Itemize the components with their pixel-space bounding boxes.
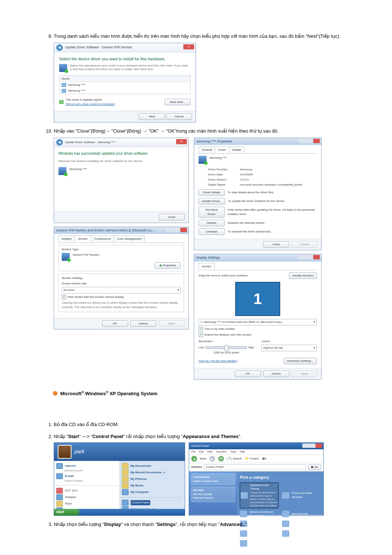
cancel-button: Cancel — [130, 320, 156, 327]
min-icon — [299, 139, 305, 143]
menu-tools: Tools — [230, 450, 236, 454]
monitor-preview: 1 — [235, 282, 280, 316]
side-heading: Control Panel — [193, 476, 210, 478]
category-label: Add or Remove Programs — [249, 520, 278, 528]
start-item-sub: Internet Explorer — [64, 469, 117, 473]
res-low: Low — [199, 345, 204, 350]
ie-icon — [56, 463, 63, 469]
pick-category-heading: Pick a category — [240, 474, 320, 481]
category-label: Appearance and Themes — [250, 483, 278, 491]
step-10-text: Nhấp vào "Close"(Đóng)→ "Close"(Đóng) → … — [54, 128, 279, 134]
folder-icon — [122, 470, 128, 475]
max-icon — [306, 255, 313, 259]
close-icon — [315, 443, 322, 448]
close-button: Close — [159, 214, 185, 220]
advanced-button: Advanced Settings... — [284, 358, 317, 364]
menu-fav: Favorites — [216, 450, 226, 454]
window-close-icon: ✕ — [176, 139, 187, 144]
refresh-rate-select: 60 Hertz — [62, 287, 181, 293]
extend-checkbox: ✔ — [199, 333, 203, 337]
address-label: Address — [191, 465, 202, 469]
step10-shot-b: Samsung **** Properties General Driver D… — [194, 138, 322, 251]
next-button: Next — [139, 113, 165, 120]
performance-icon — [240, 540, 247, 547]
hardware-icon — [58, 167, 66, 175]
wizard-heading: Select the device driver you want to ins… — [59, 56, 191, 62]
btn-desc: To update the driver software for this d… — [228, 199, 285, 203]
res-high: High — [248, 345, 254, 350]
forward-icon: ► — [209, 456, 215, 462]
why-signing-link: Tell me why driver signing is important — [66, 102, 115, 106]
rollback-button: Roll Back Driver — [199, 207, 225, 218]
close-button: Close — [263, 241, 289, 248]
search-label: Search — [233, 457, 242, 460]
btn-desc: Disables the selected device. — [228, 221, 265, 225]
xp-start-menu-shot: park Internet Internet Explorer E-mail O… — [54, 442, 185, 516]
close-icon — [313, 139, 320, 143]
resolution-slider — [205, 346, 247, 349]
category-label: Date, Time, Language, and Regional Optio… — [291, 520, 320, 528]
refresh-rate-label: Screen refresh rate: — [62, 281, 181, 286]
user-name: park — [74, 448, 84, 455]
wizard-subtext: Select the manufacturer and model of you… — [70, 64, 191, 72]
folder-icon — [122, 483, 128, 489]
start-item: My Computer — [131, 490, 149, 494]
tab-adapter: Adapter — [58, 235, 75, 242]
step-9-text: Trong danh sách kiểu màn hình được hiển … — [54, 33, 340, 39]
btn-desc: If the device fails after updating the d… — [228, 208, 317, 216]
network-icon — [240, 511, 247, 517]
paint-icon — [56, 501, 63, 507]
ok-button: OK — [235, 370, 261, 377]
menu-file: File — [191, 450, 195, 454]
category-hint: Change the appearance of desktop items, … — [250, 491, 278, 507]
step10-shot-d: Display Settings Monitor Drag the icons … — [194, 254, 322, 380]
tab-monitor: Monitor — [199, 263, 215, 270]
category-printers: Printers and Other Hardware — [282, 483, 320, 508]
start-button: start — [54, 509, 79, 515]
identify-button: Identify Monitors — [289, 272, 317, 279]
resolution-value: 1280 by 1024 pixels — [199, 351, 254, 355]
back-icon: ◄ — [191, 456, 197, 462]
tab-details: Details — [229, 146, 244, 153]
category-performance: Performance and Maintenance — [240, 540, 278, 547]
bullet-icon — [53, 391, 57, 396]
xp-step-2: Nhấp "Start" —> "Control Panel" rồi nhấp… — [54, 434, 242, 439]
device-name: Samsung **** — [209, 156, 227, 160]
model-list: Model Samsung **** Samsung **** — [59, 76, 191, 94]
apply-button: Apply — [159, 320, 185, 327]
monitor-icon — [62, 89, 66, 93]
max-icon — [309, 443, 315, 448]
kv-key: Driver Provider: — [208, 167, 237, 172]
category-appearance: Appearance and Themes Change the appeara… — [240, 483, 278, 508]
model-item-label: Samsung **** — [68, 83, 85, 87]
tab-monitor: Monitor — [75, 235, 91, 242]
avatar-icon — [58, 445, 72, 459]
window-title: Control Panel — [191, 444, 209, 447]
min-icon — [299, 255, 305, 259]
category-label: Network and Internet Connections — [249, 510, 278, 518]
side-link: Help and Support — [193, 497, 213, 499]
category-network: Network and Internet Connections — [240, 510, 278, 518]
control-panel-icon — [122, 500, 128, 506]
properties-label: Properties — [163, 264, 176, 267]
min-icon — [302, 443, 309, 448]
kv-val: 4/14/2005 — [240, 173, 317, 177]
success-sub: Windows has finished installing the driv… — [58, 159, 184, 163]
menu-help: Help — [240, 450, 245, 454]
monitor-icon — [62, 253, 70, 261]
shield-icon — [59, 100, 64, 104]
folders-label: Folders — [249, 457, 259, 460]
colors-label: Colors: — [261, 339, 317, 344]
start-item-highlight: Control Panel — [131, 500, 150, 505]
max-icon — [173, 228, 180, 232]
ok-button: OK — [102, 320, 128, 327]
xp-control-panel-shot: Control Panel File Edit View Favorites T… — [189, 442, 324, 516]
cancel-button: Cancel — [166, 113, 192, 120]
mail-icon — [56, 473, 63, 479]
step9-screenshot: ◄ Update Driver Software - Generic PnP M… — [54, 43, 196, 123]
monitor-icon — [199, 156, 207, 164]
window-title: Display Settings — [196, 256, 220, 259]
btn-desc: To uninstall the driver (Advanced). — [228, 230, 271, 234]
notepad-icon — [56, 494, 63, 500]
start-item: My Documents — [131, 464, 151, 468]
